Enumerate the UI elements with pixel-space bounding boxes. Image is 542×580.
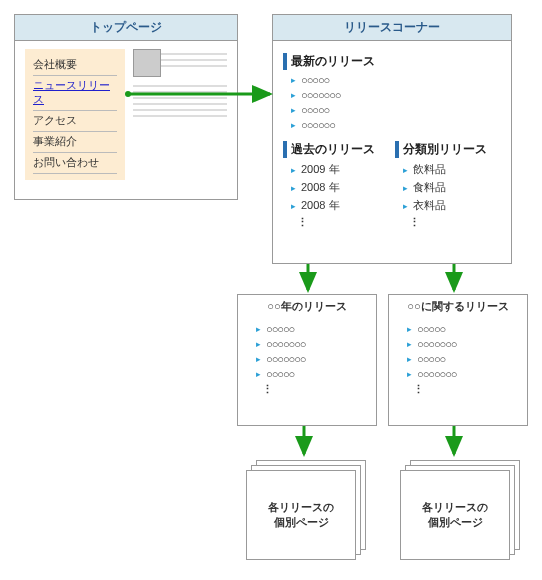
text-line-placeholder	[133, 103, 227, 105]
heading-category: 分類別リリース	[395, 141, 501, 158]
panel-year-release: ○○年のリリース ▸○○○○○ ▸○○○○○○○ ▸○○○○○○○ ▸○○○○○…	[237, 294, 377, 426]
item-label: ○○○○○	[266, 323, 294, 335]
bullet-icon: ▸	[403, 185, 409, 191]
stack-label-line2: 個別ページ	[274, 516, 329, 528]
item-label: 衣料品	[413, 198, 446, 213]
text-line-placeholder	[133, 115, 227, 117]
list-item[interactable]: ▸2008 年	[291, 198, 389, 213]
item-label: ○○○○○○○	[417, 338, 457, 350]
bullet-icon: ▸	[291, 122, 297, 128]
nav-label: 事業紹介	[33, 135, 77, 147]
category-body: ▸○○○○○ ▸○○○○○○○ ▸○○○○○ ▸○○○○○○○ ⋮	[389, 318, 527, 404]
list-item[interactable]: ▸○○○○○	[256, 368, 366, 380]
text-line-placeholder	[133, 97, 227, 99]
stack-label: 各リリースの 個別ページ	[246, 500, 356, 531]
more-dots-icon: ⋮	[409, 216, 501, 229]
list-item[interactable]: ▸2009 年	[291, 162, 389, 177]
list-item[interactable]: ▸○○○○○○○	[407, 338, 517, 350]
text-line-placeholder	[133, 109, 227, 111]
year-body: ▸○○○○○ ▸○○○○○○○ ▸○○○○○○○ ▸○○○○○ ⋮	[238, 318, 376, 404]
bullet-icon: ▸	[291, 203, 297, 209]
nav-item-news-release[interactable]: ニュースリリース	[33, 76, 117, 111]
bullet-icon: ▸	[291, 77, 297, 83]
list-item[interactable]: ▸衣料品	[403, 198, 501, 213]
text-line-placeholder	[133, 91, 227, 93]
list-item[interactable]: ▸○○○○○○○	[407, 368, 517, 380]
item-label: ○○○○○○○	[266, 338, 306, 350]
more-dots-icon: ⋮	[262, 383, 366, 396]
heading-latest: 最新のリリース	[283, 53, 501, 70]
list-item[interactable]: ▸○○○○○○	[291, 119, 501, 131]
item-label: ○○○○○○○	[301, 89, 341, 101]
item-label: ○○○○○	[417, 353, 445, 365]
list-item[interactable]: ▸飲料品	[403, 162, 501, 177]
release-body: 最新のリリース ▸○○○○○ ▸○○○○○○○ ▸○○○○○ ▸○○○○○○ 過…	[273, 41, 511, 237]
heading-past: 過去のリリース	[283, 141, 389, 158]
panel-category-release: ○○に関するリリース ▸○○○○○ ▸○○○○○○○ ▸○○○○○ ▸○○○○○…	[388, 294, 528, 426]
item-label: ○○○○○	[266, 368, 294, 380]
stack-label-line1: 各リリースの	[268, 501, 334, 513]
list-item[interactable]: ▸○○○○○	[291, 74, 501, 86]
list-item[interactable]: ▸○○○○○	[407, 323, 517, 335]
item-label: ○○○○○	[301, 74, 329, 86]
item-label: 2009 年	[301, 162, 340, 177]
nav-item-access[interactable]: アクセス	[33, 111, 117, 132]
text-line-placeholder	[133, 85, 227, 87]
list-item[interactable]: ▸○○○○○○○	[291, 89, 501, 101]
content-placeholder	[133, 49, 227, 180]
item-label: 2008 年	[301, 180, 340, 195]
nav-item-company[interactable]: 会社概要	[33, 55, 117, 76]
bullet-icon: ▸	[291, 167, 297, 173]
col-past: 過去のリリース ▸2009 年 ▸2008 年 ▸2008 年 ⋮	[283, 137, 389, 229]
bullet-icon: ▸	[291, 185, 297, 191]
bullet-icon: ▸	[256, 356, 262, 362]
item-label: 飲料品	[413, 162, 446, 177]
bullet-icon: ▸	[291, 107, 297, 113]
list-item[interactable]: ▸食料品	[403, 180, 501, 195]
item-label: ○○○○○○	[301, 119, 335, 131]
nav-label: アクセス	[33, 114, 77, 126]
bullet-icon: ▸	[407, 341, 413, 347]
bullet-icon: ▸	[291, 92, 297, 98]
nav-item-business[interactable]: 事業紹介	[33, 132, 117, 153]
panel-top-page: トップページ 会社概要 ニュースリリース アクセス 事業紹介 お問い合わせ	[14, 14, 238, 200]
panel-title-release: リリースコーナー	[273, 15, 511, 41]
panel-release-corner: リリースコーナー 最新のリリース ▸○○○○○ ▸○○○○○○○ ▸○○○○○ …	[272, 14, 512, 264]
sitemap-diagram: トップページ 会社概要 ニュースリリース アクセス 事業紹介 お問い合わせ	[0, 0, 542, 580]
bullet-icon: ▸	[403, 203, 409, 209]
stack-label-line2: 個別ページ	[428, 516, 483, 528]
list-item[interactable]: ▸○○○○○	[256, 323, 366, 335]
bullet-icon: ▸	[407, 356, 413, 362]
list-item[interactable]: ▸○○○○○	[291, 104, 501, 116]
bullet-icon: ▸	[256, 371, 262, 377]
item-label: ○○○○○○○	[417, 368, 457, 380]
bullet-icon: ▸	[407, 371, 413, 377]
panel-title-top: トップページ	[15, 15, 237, 41]
list-item[interactable]: ▸2008 年	[291, 180, 389, 195]
top-page-body: 会社概要 ニュースリリース アクセス 事業紹介 お問い合わせ	[15, 41, 237, 188]
item-label: 食料品	[413, 180, 446, 195]
bullet-icon: ▸	[256, 341, 262, 347]
nav-label-active: ニュースリリース	[33, 79, 110, 105]
sidebar-nav: 会社概要 ニュースリリース アクセス 事業紹介 お問い合わせ	[25, 49, 125, 180]
item-label: 2008 年	[301, 198, 340, 213]
item-label: ○○○○○	[301, 104, 329, 116]
stack-label: 各リリースの 個別ページ	[400, 500, 510, 531]
panel-title-category: ○○に関するリリース	[389, 295, 527, 318]
list-item[interactable]: ▸○○○○○○○	[256, 353, 366, 365]
nav-label: お問い合わせ	[33, 156, 99, 168]
item-label: ○○○○○	[417, 323, 445, 335]
bullet-icon: ▸	[407, 326, 413, 332]
nav-item-contact[interactable]: お問い合わせ	[33, 153, 117, 174]
col-category: 分類別リリース ▸飲料品 ▸食料品 ▸衣料品 ⋮	[395, 137, 501, 229]
list-item[interactable]: ▸○○○○○	[407, 353, 517, 365]
more-dots-icon: ⋮	[413, 383, 517, 396]
list-item[interactable]: ▸○○○○○○○	[256, 338, 366, 350]
image-placeholder-icon	[133, 49, 161, 77]
more-dots-icon: ⋮	[297, 216, 389, 229]
item-label: ○○○○○○○	[266, 353, 306, 365]
bullet-icon: ▸	[256, 326, 262, 332]
stack-label-line1: 各リリースの	[422, 501, 488, 513]
nav-label: 会社概要	[33, 58, 77, 70]
bullet-icon: ▸	[403, 167, 409, 173]
